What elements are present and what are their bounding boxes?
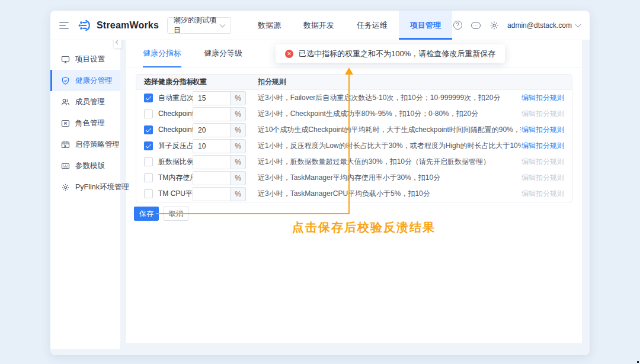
- percent-addon: %: [230, 156, 245, 169]
- sidebar-item-项目设置[interactable]: 项目设置: [50, 49, 120, 70]
- deduction-rule: 近3小时，Checkpoint生成成功率80%-95%，扣10分；0-80%，扣…: [258, 109, 521, 119]
- metric-name: 脏数据比例: [158, 157, 194, 167]
- metric-checkbox[interactable]: [144, 157, 153, 166]
- table-row: 脏数据比例 % 近1小时，脏数据数量超过最大值的30%，扣10分（请先开启脏数据…: [136, 154, 572, 170]
- weight-input[interactable]: [193, 188, 230, 201]
- message-icon[interactable]: ···: [471, 20, 481, 31]
- percent-addon: %: [230, 188, 245, 201]
- sidebar-item-角色管理[interactable]: R 角色管理: [50, 112, 120, 134]
- form-actions: 保存 取消: [134, 207, 188, 221]
- brand-name: StreamWorks: [97, 20, 159, 31]
- tab-1[interactable]: 健康分等级: [204, 40, 242, 67]
- table-header-row: 选择健康分指标 权重 扣分规则: [136, 75, 572, 90]
- sidebar-item-PyFlink环境管理[interactable]: PyFlink环境管理: [50, 176, 120, 198]
- nav-item-2[interactable]: 任务运维: [345, 11, 399, 40]
- error-circle-icon: ✕: [285, 50, 293, 58]
- policy-icon: [61, 140, 70, 149]
- edit-rule-link[interactable]: 编辑扣分规则: [521, 125, 564, 134]
- edit-rule-link: 编辑扣分规则: [521, 173, 564, 182]
- metric-checkbox[interactable]: [144, 125, 153, 134]
- sidebar-item-启停策略管理[interactable]: 启停策略管理: [50, 134, 120, 155]
- nav-item-1[interactable]: 数据开发: [292, 11, 345, 40]
- header-weight: 权重: [193, 77, 258, 87]
- annotation-text: 点击保存后校验反溃结果: [292, 220, 436, 236]
- monitor-icon: [61, 55, 70, 64]
- app-window: StreamWorks 潮汐的测试项目 数据源数据开发任务运维项目管理 ? ··…: [50, 11, 590, 355]
- svg-text:R: R: [64, 121, 67, 125]
- nav-item-0[interactable]: 数据源: [247, 11, 292, 40]
- sidebar: 项目设置 健康分管理 成员管理 R 角色管理 启停策略管理 参数模版 PyFli…: [50, 40, 120, 349]
- edit-rule-link: 编辑扣分规则: [521, 189, 564, 198]
- deduction-rule: 近10个成功生成Checkpoint的平均耗时，大于生成checkpoint时间…: [258, 125, 521, 135]
- save-button[interactable]: 保存: [134, 207, 159, 221]
- weight-input-group: %: [193, 139, 246, 153]
- percent-addon: %: [230, 124, 245, 137]
- metric-checkbox[interactable]: [144, 94, 153, 102]
- header-rule: 扣分规则: [258, 77, 521, 87]
- percent-addon: %: [230, 92, 245, 105]
- sidebar-item-参数模版[interactable]: 参数模版: [50, 155, 120, 176]
- weight-input[interactable]: [193, 156, 230, 169]
- edit-rule-link: 编辑扣分规则: [521, 109, 564, 118]
- sidebar-item-成员管理[interactable]: 成员管理: [50, 91, 120, 112]
- deduction-rule: 近3小时，TaskManagerCPU平均负载小于5%，扣10分: [258, 189, 521, 199]
- menu-toggle-icon[interactable]: [59, 20, 69, 31]
- env-icon: [61, 183, 70, 192]
- user-email: admin@dtstack.com: [507, 21, 572, 30]
- percent-addon: %: [230, 172, 245, 185]
- table-row: TM CPU平均负载 % 近3小时，TaskManagerCPU平均负载小于5%…: [136, 186, 572, 202]
- user-account-menu[interactable]: admin@dtstack.com: [507, 21, 580, 30]
- health-metric-table: 选择健康分指标 权重 扣分规则 自动重启次数 % 近3小时，Failover后自…: [136, 74, 572, 202]
- weight-input[interactable]: [193, 92, 230, 105]
- primary-nav: 数据源数据开发任务运维项目管理: [247, 11, 452, 40]
- weight-input-group: %: [193, 107, 246, 121]
- deduction-rule: 近1小时，脏数据数量超过最大值的30%，扣10分（请先开启脏数据管理）: [258, 157, 521, 167]
- shield-icon: [61, 76, 70, 85]
- weight-input-group: %: [193, 171, 246, 185]
- chevron-left-icon: [116, 40, 120, 44]
- metric-checkbox[interactable]: [144, 173, 153, 182]
- sidebar-item-健康分管理[interactable]: 健康分管理: [50, 70, 120, 91]
- header-select-metric: 选择健康分指标: [136, 77, 193, 87]
- deduction-rule: 近1小时，反压程度为Low的时长占比大于30%，或者程度为High的时长占比大于…: [258, 141, 521, 151]
- cancel-button[interactable]: 取消: [164, 207, 188, 221]
- table-row: Checkpoint成功率 % 近3小时，Checkpoint生成成功率80%-…: [136, 106, 572, 122]
- weight-input[interactable]: [193, 172, 230, 185]
- weight-input[interactable]: [193, 108, 230, 121]
- toast-message: 已选中指标的权重之和不为100%，请检查修改后重新保存: [299, 49, 495, 59]
- metric-checkbox[interactable]: [144, 189, 153, 198]
- tab-0[interactable]: 健康分指标: [143, 40, 181, 67]
- settings-gear-icon[interactable]: [489, 20, 500, 31]
- weight-input[interactable]: [193, 140, 230, 153]
- metric-checkbox[interactable]: [144, 141, 153, 150]
- table-row: TM内存使用率 % 近3小时，TaskManager平均内存使用率小于30%，扣…: [136, 170, 572, 186]
- template-icon: [61, 162, 70, 170]
- weight-input-group: %: [193, 91, 246, 105]
- edit-rule-link[interactable]: 编辑扣分规则: [521, 94, 564, 102]
- weight-input-group: %: [193, 155, 246, 169]
- brand-logo[interactable]: StreamWorks: [77, 18, 159, 33]
- percent-addon: %: [230, 140, 245, 153]
- streamworks-logo-icon: [77, 18, 92, 33]
- table-row: 算子反压占比 % 近1小时，反压程度为Low的时长占比大于30%，或者程度为Hi…: [136, 138, 572, 154]
- deduction-rule: 近3小时，Failover后自动重启次数达5-10次，扣10分；10-99999…: [258, 93, 521, 103]
- help-icon[interactable]: ?: [452, 20, 463, 31]
- table-row: Checkpoint平均耗时 % 近10个成功生成Checkpoint的平均耗时…: [136, 122, 572, 138]
- edit-rule-link[interactable]: 编辑扣分规则: [521, 141, 564, 150]
- users-icon: [61, 98, 70, 107]
- role-icon: R: [61, 119, 70, 128]
- nav-item-3[interactable]: 项目管理: [399, 11, 452, 40]
- percent-addon: %: [230, 108, 245, 121]
- navbar-right: ? ··· admin@dtstack.com: [452, 20, 590, 31]
- artifact-dot: [637, 361, 639, 363]
- error-toast: ✕ 已选中指标的权重之和不为100%，请检查修改后重新保存: [276, 44, 505, 63]
- weight-input[interactable]: [193, 124, 230, 137]
- edit-rule-link: 编辑扣分规则: [521, 157, 564, 166]
- table-row: 自动重启次数 % 近3小时，Failover后自动重启次数达5-10次，扣10分…: [136, 90, 572, 106]
- metric-checkbox[interactable]: [144, 109, 153, 118]
- weight-input-group: %: [193, 123, 246, 137]
- top-navbar: StreamWorks 潮汐的测试项目 数据源数据开发任务运维项目管理 ? ··…: [50, 11, 590, 40]
- weight-input-group: %: [193, 187, 246, 201]
- deduction-rule: 近3小时，TaskManager平均内存使用率小于30%，扣10分: [258, 173, 521, 183]
- project-select[interactable]: 潮汐的测试项目: [167, 17, 231, 34]
